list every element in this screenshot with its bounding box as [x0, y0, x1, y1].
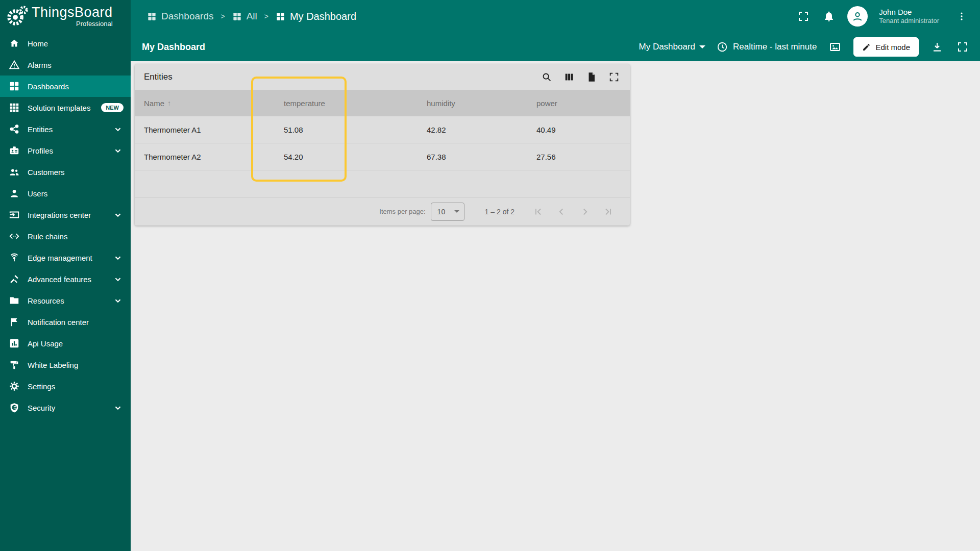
cell-power: 27.56 — [530, 153, 630, 161]
chevron-down-icon — [112, 402, 124, 413]
chevron-down-icon — [112, 273, 124, 285]
page-range-label: 1 – 2 of 2 — [485, 208, 514, 216]
column-label: Name — [144, 99, 164, 108]
dashboards-grid-icon — [232, 12, 242, 21]
entities-icon — [8, 123, 20, 135]
brand-logo[interactable]: ThingsBoard Professional — [0, 0, 131, 33]
breadcrumb-label: My Dashboard — [290, 11, 356, 22]
next-page-icon[interactable] — [579, 206, 591, 218]
people-icon — [8, 166, 20, 178]
search-icon[interactable] — [540, 70, 553, 84]
timewindow-button[interactable]: Realtime - last minute — [717, 41, 817, 53]
breadcrumb-item-dashboards[interactable]: Dashboards — [147, 11, 213, 22]
home-icon — [8, 37, 20, 49]
first-page-icon[interactable] — [532, 206, 544, 218]
badge-icon — [8, 144, 20, 157]
items-per-page-select[interactable]: 10 — [431, 203, 464, 221]
sidebar-item-users[interactable]: Users — [0, 183, 131, 204]
sidebar-item-customers[interactable]: Customers — [0, 161, 131, 183]
entities-table-widget: Entities Name ↑ temperature humidity — [135, 64, 630, 226]
items-per-page-label: Items per page: — [379, 208, 425, 215]
sidebar-item-label: Api Usage — [28, 339, 124, 348]
main-area: Dashboards > All > My Dashboard John — [131, 0, 980, 551]
timewindow-label: Realtime - last minute — [733, 42, 817, 52]
sidebar-item-label: Resources — [28, 296, 105, 305]
columns-icon[interactable] — [562, 70, 576, 84]
user-info[interactable]: John Doe Tenant administrator — [879, 8, 939, 26]
dashboard-content: Entities Name ↑ temperature humidity — [131, 61, 980, 551]
sidebar-item-dashboards[interactable]: Dashboards — [0, 76, 131, 97]
previous-page-icon[interactable] — [555, 206, 568, 218]
sidebar-item-security[interactable]: Security — [0, 397, 131, 418]
cell-name: Thermometer A2 — [135, 153, 278, 161]
column-label: power — [536, 99, 557, 108]
sidebar-item-label: Settings — [28, 382, 124, 391]
widget-title: Entities — [144, 72, 540, 82]
column-header-temperature[interactable]: temperature — [278, 99, 421, 108]
export-file-icon[interactable] — [585, 70, 598, 84]
sidebar-item-solution-templates[interactable]: Solution templates NEW — [0, 97, 131, 118]
items-per-page-value: 10 — [437, 208, 446, 216]
sidebar-item-settings[interactable]: Settings — [0, 375, 131, 397]
more-vert-icon[interactable] — [954, 9, 969, 23]
sidebar-item-alarms[interactable]: Alarms — [0, 54, 131, 76]
sidebar-item-api-usage[interactable]: Api Usage — [0, 333, 131, 354]
dashboards-grid-icon — [276, 12, 285, 21]
sidebar-item-home[interactable]: Home — [0, 33, 131, 54]
sidebar-item-entities[interactable]: Entities — [0, 118, 131, 140]
sidebar-item-label: Profiles — [28, 146, 105, 155]
fullscreen-icon[interactable] — [955, 40, 970, 54]
sidebar-item-white-labeling[interactable]: White Labeling — [0, 354, 131, 375]
folder-icon — [8, 294, 20, 307]
table-row[interactable]: Thermometer A2 54.20 67.38 27.56 — [135, 143, 630, 170]
breadcrumb-item-all[interactable]: All — [232, 11, 257, 22]
dashboards-icon — [8, 80, 20, 92]
download-icon[interactable] — [930, 40, 944, 54]
sidebar-item-label: Solution templates — [28, 104, 94, 112]
last-page-icon[interactable] — [602, 206, 615, 218]
breadcrumb-label: All — [247, 11, 257, 22]
column-header-humidity[interactable]: humidity — [421, 99, 530, 108]
chevron-down-icon — [112, 295, 124, 306]
sidebar-item-label: Rule chains — [28, 232, 124, 241]
sidebar-item-label: Edge management — [28, 254, 105, 262]
table-header-row: Name ↑ temperature humidity power — [135, 90, 630, 116]
user-name: John Doe — [879, 8, 939, 17]
input-icon — [8, 209, 20, 221]
warning-icon — [8, 59, 20, 71]
table-row[interactable]: Thermometer A1 51.08 42.82 40.49 — [135, 116, 630, 143]
sidebar-item-profiles[interactable]: Profiles — [0, 140, 131, 161]
top-bar: Dashboards > All > My Dashboard John — [131, 0, 980, 33]
edit-mode-label: Edit mode — [875, 43, 910, 52]
chevron-down-icon — [112, 252, 124, 263]
table-paginator: Items per page: 10 1 – 2 of 2 — [135, 197, 630, 226]
column-label: humidity — [427, 99, 455, 108]
fullscreen-icon[interactable] — [796, 9, 811, 23]
sidebar-item-label: Integrations center — [28, 211, 105, 219]
sidebar-item-label: White Labeling — [28, 361, 124, 369]
column-header-power[interactable]: power — [530, 99, 630, 108]
sidebar-item-label: Users — [28, 189, 124, 198]
widget-fullscreen-icon[interactable] — [607, 70, 621, 84]
sidebar-item-resources[interactable]: Resources — [0, 290, 131, 311]
dashboard-image-icon[interactable] — [828, 40, 842, 54]
column-header-name[interactable]: Name ↑ — [135, 99, 278, 108]
sidebar-item-integrations-center[interactable]: Integrations center — [0, 204, 131, 226]
sidebar-item-advanced-features[interactable]: Advanced features — [0, 268, 131, 290]
sidebar-item-rule-chains[interactable]: Rule chains — [0, 226, 131, 247]
sidebar-item-label: Notification center — [28, 318, 124, 327]
notifications-bell-icon[interactable] — [822, 9, 836, 23]
sidebar-item-notification-center[interactable]: Notification center — [0, 311, 131, 333]
pencil-icon — [862, 43, 871, 52]
dropdown-caret-icon — [454, 210, 459, 213]
sidebar: ThingsBoard Professional Home Alarms Das… — [0, 0, 131, 551]
table-empty-space — [135, 170, 630, 197]
chevron-down-icon — [112, 209, 124, 220]
user-avatar[interactable] — [847, 6, 868, 27]
breadcrumb-item-my-dashboard[interactable]: My Dashboard — [276, 11, 356, 22]
dashboard-selector-value: My Dashboard — [639, 42, 696, 52]
edit-mode-button[interactable]: Edit mode — [853, 37, 919, 57]
wifi-tethering-icon — [8, 252, 20, 264]
sidebar-item-edge-management[interactable]: Edge management — [0, 247, 131, 268]
dashboard-selector[interactable]: My Dashboard — [639, 42, 706, 52]
